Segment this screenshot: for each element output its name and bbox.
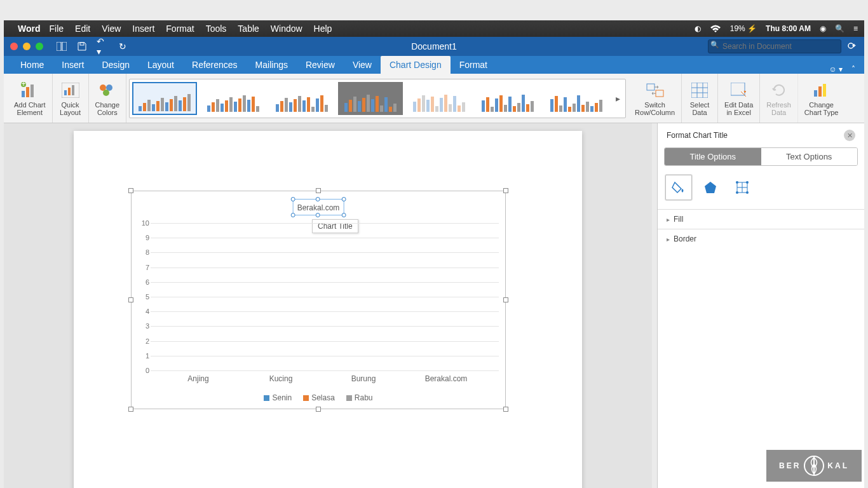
spotlight-icon[interactable]: 🔍 <box>835 24 844 33</box>
tab-mailings[interactable]: Mailings <box>247 56 297 74</box>
select-data-button[interactable]: Select Data <box>682 74 718 123</box>
menu-table[interactable]: Table <box>238 24 259 34</box>
minimize-window-button[interactable] <box>23 43 31 50</box>
clock[interactable]: Thu 8:00 AM <box>766 24 811 33</box>
legend-item[interactable]: Senin <box>264 393 292 402</box>
bars-area: AnjingKucingBurungBerakal.com <box>151 223 499 370</box>
app-name[interactable]: Word <box>18 24 41 34</box>
chart-style-thumb[interactable] <box>475 82 540 115</box>
edit-data-excel-button[interactable]: Edit Data in Excel <box>718 74 760 123</box>
chart-object[interactable]: Berakal.com Chart Title 012345678910 Anj… <box>131 191 506 409</box>
change-chart-type-button[interactable]: Change Chart Type <box>798 74 845 123</box>
add-chart-element-button[interactable]: + Add Chart Element <box>8 74 53 123</box>
tab-view[interactable]: View <box>344 56 381 74</box>
title-handle-icon[interactable] <box>341 197 346 201</box>
menu-file[interactable]: File <box>50 24 64 34</box>
notification-center-icon[interactable]: ≡ <box>853 24 858 33</box>
quick-access-toolbar: ↶ ▾ ↻ <box>56 41 128 52</box>
y-tick-label: 6 <box>146 278 149 286</box>
document-area[interactable]: Berakal.com Chart Title 012345678910 Anj… <box>4 123 652 488</box>
chart-style-thumb[interactable] <box>407 82 471 115</box>
gridline <box>151 268 499 268</box>
chart-style-thumb[interactable] <box>338 82 403 115</box>
title-handle-icon[interactable] <box>316 197 320 201</box>
undo-icon[interactable]: ↶ ▾ <box>97 41 108 52</box>
size-properties-icon[interactable] <box>729 175 756 200</box>
resize-handle-icon[interactable] <box>316 188 321 193</box>
menu-insert[interactable]: Insert <box>132 24 154 34</box>
share-icon[interactable] <box>845 39 859 53</box>
redo-icon[interactable]: ↻ <box>117 41 128 52</box>
switch-row-column-button[interactable]: Switch Row/Column <box>628 74 682 123</box>
creative-cloud-icon[interactable]: ◐ <box>695 24 701 33</box>
menu-tools[interactable]: Tools <box>206 24 227 34</box>
menu-edit[interactable]: Edit <box>75 24 90 34</box>
chart-style-thumb[interactable] <box>132 82 197 115</box>
chart-style-thumb[interactable] <box>269 82 334 115</box>
quick-layout-button[interactable]: Quick Layout <box>53 74 89 123</box>
chart-title[interactable]: Berakal.com <box>293 199 344 215</box>
change-colors-button[interactable]: Change Colors <box>89 74 127 123</box>
legend-swatch-icon <box>264 395 269 401</box>
close-window-button[interactable] <box>10 43 18 50</box>
legend-item[interactable]: Selasa <box>303 393 335 402</box>
menu-format[interactable]: Format <box>166 24 194 34</box>
svg-point-33 <box>736 191 738 194</box>
document-title: Document1 <box>411 41 457 51</box>
gridline <box>151 311 499 312</box>
close-pane-icon[interactable]: ✕ <box>844 130 855 141</box>
tab-home[interactable]: Home <box>11 56 53 74</box>
emoji-icon[interactable]: ☺ ▾ <box>829 65 843 74</box>
tab-title-options[interactable]: Title Options <box>665 148 761 165</box>
fill-line-icon[interactable] <box>665 175 692 200</box>
menu-help[interactable]: Help <box>314 24 332 34</box>
siri-icon[interactable]: ◉ <box>820 24 826 33</box>
resize-handle-icon[interactable] <box>503 188 508 193</box>
tab-design[interactable]: Design <box>93 56 139 74</box>
save-icon[interactable] <box>76 41 88 52</box>
gridline <box>151 356 499 356</box>
effects-icon[interactable] <box>697 175 724 200</box>
ribbon-tabs: Home Insert Design Layout References Mai… <box>4 56 864 74</box>
chart-plot-area[interactable]: 012345678910 AnjingKucingBurungBerakal.c… <box>151 223 499 370</box>
section-fill[interactable]: Fill <box>658 209 864 229</box>
tab-review[interactable]: Review <box>297 56 344 74</box>
resize-handle-icon[interactable] <box>316 407 321 412</box>
wifi-icon[interactable] <box>710 25 721 33</box>
resize-handle-icon[interactable] <box>128 407 133 412</box>
chart-styles-gallery: ▸ <box>129 79 626 118</box>
legend-swatch-icon <box>346 395 352 401</box>
tab-format[interactable]: Format <box>451 56 496 74</box>
title-handle-icon[interactable] <box>291 213 295 217</box>
svg-rect-11 <box>68 88 71 95</box>
menu-window[interactable]: Window <box>271 24 302 34</box>
legend-item[interactable]: Rabu <box>346 393 373 402</box>
chart-style-thumb[interactable] <box>201 82 266 115</box>
chart-style-thumb[interactable] <box>544 82 609 115</box>
tab-references[interactable]: References <box>183 56 247 74</box>
view-mode-icon[interactable] <box>56 41 67 52</box>
resize-handle-icon[interactable] <box>503 407 508 412</box>
resize-handle-icon[interactable] <box>503 297 508 302</box>
zoom-window-button[interactable] <box>36 43 43 50</box>
search-input[interactable] <box>708 39 841 53</box>
chart-legend[interactable]: SeninSelasaRabu <box>132 393 505 402</box>
title-handle-icon[interactable] <box>291 197 295 201</box>
svg-point-31 <box>736 181 738 184</box>
tab-insert[interactable]: Insert <box>53 56 93 74</box>
refresh-data-button[interactable]: Refresh Data <box>760 74 798 123</box>
legend-label: Selasa <box>311 393 335 402</box>
collapse-ribbon-icon[interactable]: ˄ <box>851 65 855 74</box>
title-handle-icon[interactable] <box>341 213 346 217</box>
y-tick-label: 10 <box>142 219 149 227</box>
styles-more-icon[interactable]: ▸ <box>613 93 623 104</box>
section-border[interactable]: Border <box>658 229 864 248</box>
menu-view[interactable]: View <box>102 24 121 34</box>
y-tick-label: 3 <box>146 322 149 330</box>
resize-handle-icon[interactable] <box>128 188 133 193</box>
tab-layout[interactable]: Layout <box>139 56 183 74</box>
tab-chart-design[interactable]: Chart Design <box>381 56 451 74</box>
title-handle-icon[interactable] <box>316 213 320 217</box>
tab-text-options[interactable]: Text Options <box>761 148 858 165</box>
resize-handle-icon[interactable] <box>128 297 133 302</box>
